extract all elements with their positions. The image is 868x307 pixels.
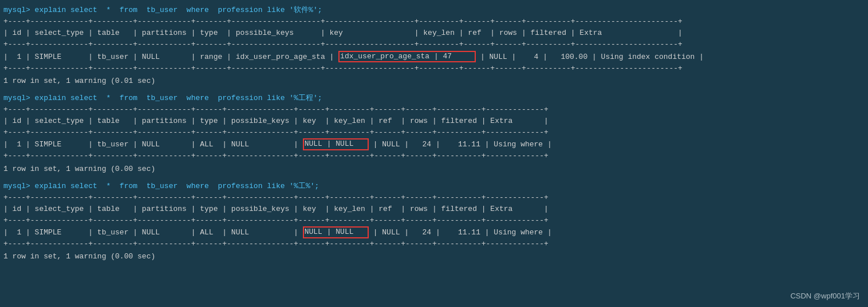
blank-2 (3, 176, 865, 181)
cmd-line-2: mysql> explain select * from tb_user whe… (3, 93, 865, 104)
sep-1a: +----+-------------+---------+----------… (3, 16, 865, 27)
highlight-key3: NULL | NULL (303, 226, 369, 238)
result-1: 1 row in set, 1 warning (0.01 sec) (3, 75, 865, 87)
result-2: 1 row in set, 1 warning (0.00 sec) (3, 164, 865, 175)
cmd-line-1: mysql> explain select * from tb_user whe… (3, 5, 865, 16)
highlight-key2: NULL | NULL (303, 138, 369, 150)
data-row-2: | 1 | SIMPLE | tb_user | NULL | ALL | NU… (3, 138, 865, 150)
data-row-1: | 1 | SIMPLE | tb_user | NULL | range | … (3, 51, 865, 63)
sep-3c: +----+-------------+---------+----------… (3, 238, 865, 250)
sep-3b: +----+-------------+---------+----------… (3, 215, 865, 226)
sep-2c: +----+-------------+---------+----------… (3, 150, 865, 162)
sep-2b: +----+-------------+---------+----------… (3, 127, 865, 138)
sep-1b: +----+-------------+---------+----------… (3, 39, 865, 50)
header-3: | id | select_type | table | partitions … (3, 204, 865, 215)
highlight-key1: idx_user_pro_age_sta | 47 (338, 51, 476, 63)
watermark: CSDN @wpf001学习 (790, 291, 860, 301)
sep-1c: +----+-------------+---------+----------… (3, 63, 865, 74)
terminal-window: mysql> explain select * from tb_user whe… (0, 0, 868, 269)
cmd-line-3: mysql> explain select * from tb_user whe… (3, 181, 865, 192)
sep-3a: +----+-------------+---------+----------… (3, 192, 865, 204)
result-3: 1 row in set, 1 warning (0.00 sec) (3, 251, 865, 262)
data-row-3: | 1 | SIMPLE | tb_user | NULL | ALL | NU… (3, 226, 865, 238)
sep-2a: +----+-------------+---------+----------… (3, 104, 865, 115)
blank-1 (3, 88, 865, 93)
header-2: | id | select_type | table | partitions … (3, 115, 865, 127)
header-1: | id | select_type | table | partitions … (3, 27, 865, 39)
